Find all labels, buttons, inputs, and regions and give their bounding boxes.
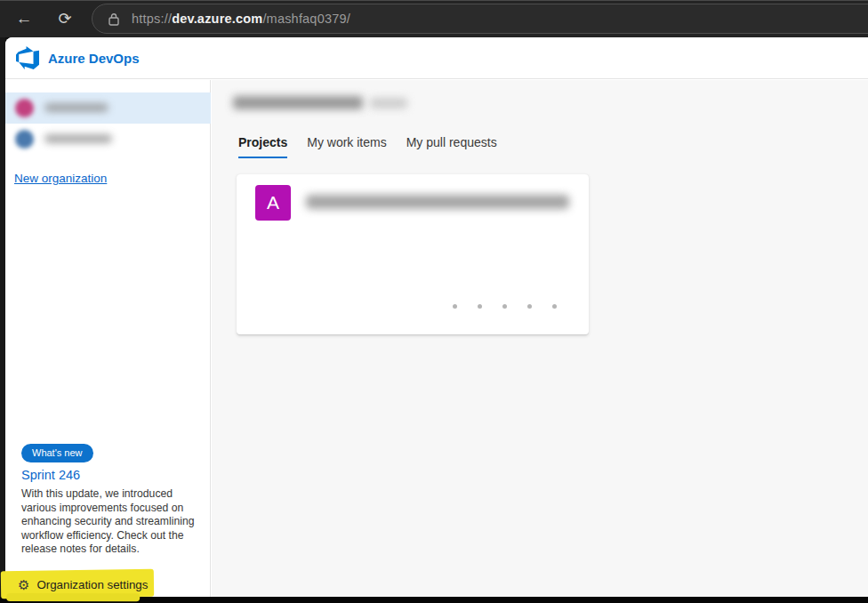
url-path: /mashfaq0379/: [262, 12, 350, 26]
organization-item-selected[interactable]: [5, 92, 211, 124]
address-bar[interactable]: https://dev.azure.com/mashfaq0379/: [92, 4, 868, 34]
lock-icon: [108, 12, 119, 26]
organization-settings-button[interactable]: ⚙ Organization settings: [5, 571, 183, 598]
brand-title: Azure DevOps: [48, 51, 140, 66]
sprint-release-link[interactable]: Sprint 246: [21, 468, 80, 482]
page-title-redacted: [233, 96, 363, 109]
main-content: Projects My work items My pull requests …: [212, 80, 868, 597]
tab-projects[interactable]: Projects: [238, 135, 287, 158]
pager-dot: [478, 304, 482, 309]
card-pager-dots: [453, 304, 557, 309]
url-scheme: https://: [132, 12, 172, 26]
sprint-description: With this update, we introduced various …: [21, 487, 205, 557]
app-header: Azure DevOps: [5, 37, 868, 79]
browser-toolbar: ← ⟳ https://dev.azure.com/mashfaq0379/: [0, 0, 868, 37]
tab-bar: Projects My work items My pull requests: [238, 135, 497, 158]
project-avatar: A: [255, 185, 291, 221]
page-title-redacted-tail: [370, 98, 407, 109]
pager-dot: [552, 304, 557, 309]
pager-dot: [453, 304, 457, 309]
project-name-redacted: [306, 195, 569, 209]
organization-avatar: [15, 130, 34, 149]
azure-devops-logo-icon: [16, 46, 39, 69]
organization-avatar: [15, 99, 34, 117]
tab-my-pull-requests[interactable]: My pull requests: [406, 135, 497, 158]
pager-dot: [502, 304, 507, 309]
new-organization-link[interactable]: New organization: [14, 172, 107, 185]
back-icon[interactable]: ←: [11, 6, 37, 31]
project-card[interactable]: A: [237, 174, 589, 334]
azure-devops-home-link[interactable]: Azure DevOps: [16, 46, 140, 69]
organization-name-redacted: [44, 134, 112, 143]
organization-item[interactable]: [5, 124, 211, 155]
whats-new-badge: What's new: [21, 444, 93, 462]
organizations-sidebar: New organization What's new Sprint 246 W…: [5, 80, 211, 597]
browser-screenshot: ← ⟳ https://dev.azure.com/mashfaq0379/ A…: [0, 0, 868, 603]
pager-dot: [527, 304, 532, 309]
organization-settings-label: Organization settings: [36, 578, 148, 591]
refresh-icon[interactable]: ⟳: [52, 6, 78, 31]
gear-icon: ⚙: [18, 578, 29, 591]
page-window: Azure DevOps New organization What's new…: [5, 37, 868, 597]
tab-my-work-items[interactable]: My work items: [307, 135, 386, 158]
organization-name-redacted: [44, 103, 108, 112]
url-text: https://dev.azure.com/mashfaq0379/: [132, 12, 350, 26]
url-domain: dev.azure.com: [172, 12, 262, 26]
